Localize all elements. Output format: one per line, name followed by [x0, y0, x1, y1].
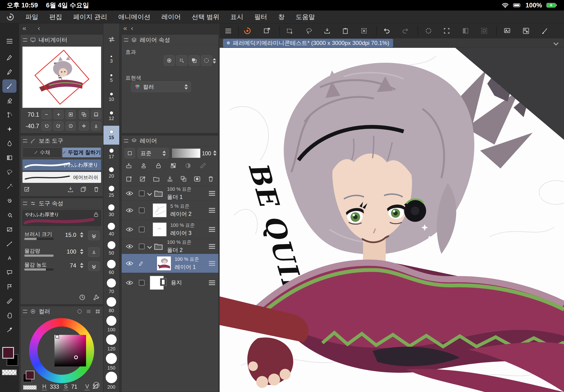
blend-mode-dropdown[interactable]: 표준	[138, 148, 169, 158]
layer-drag-handle[interactable]	[209, 282, 215, 283]
pen-settings-button[interactable]	[539, 25, 550, 37]
line-tool[interactable]	[2, 237, 16, 251]
fit-to-screen-button[interactable]	[79, 110, 89, 119]
tool-settings-button[interactable]	[93, 294, 100, 302]
new-vector-layer-button[interactable]	[139, 175, 146, 182]
select-edit-button[interactable]	[24, 186, 31, 194]
frame-tool[interactable]	[2, 223, 16, 236]
canvas-viewport[interactable]: BE QUIET!	[220, 48, 564, 392]
paint-density-stepper[interactable]	[80, 263, 83, 268]
paint-amount-stepper[interactable]	[80, 249, 83, 254]
hue-marker[interactable]	[55, 335, 59, 338]
effect-border-button[interactable]	[164, 55, 175, 66]
layer-checkbox[interactable]	[139, 208, 145, 213]
effect-extra-button[interactable]	[201, 55, 212, 66]
navigator-preview[interactable]: BE QUIET!	[22, 47, 101, 108]
menu-view[interactable]: 표시	[230, 13, 243, 21]
menu-selection[interactable]: 선택 범위	[192, 13, 220, 21]
eraser-tool[interactable]	[2, 94, 16, 107]
tonal-correction-button[interactable]	[501, 25, 513, 37]
reference-window-button[interactable]	[520, 25, 532, 37]
gradient-tool[interactable]	[2, 151, 16, 165]
new-folder-button[interactable]	[153, 175, 160, 182]
panel-menu-icon[interactable]	[23, 139, 27, 142]
brush-size-20[interactable]: 20	[103, 164, 119, 182]
transparent-color-swatch[interactable]	[2, 370, 17, 375]
delete-layer-button[interactable]	[207, 175, 214, 182]
layer-checkbox[interactable]	[139, 280, 145, 286]
panel-menu-icon[interactable]	[23, 310, 27, 313]
rotate-reset-button[interactable]	[66, 121, 76, 130]
brush-size-5[interactable]: 5	[103, 69, 119, 88]
menu-file[interactable]: 파일	[25, 13, 38, 21]
panel-menu-icon[interactable]	[124, 38, 128, 42]
new-raster-layer-button[interactable]	[125, 175, 133, 182]
reset-view-button[interactable]	[91, 121, 101, 130]
brush-size-70[interactable]: 70	[103, 277, 119, 296]
paint-amount-download-button[interactable]	[88, 247, 100, 257]
hue-label[interactable]: H	[41, 383, 47, 390]
menu-page-manage[interactable]: 페이지 관리	[73, 13, 107, 21]
zoom-out-button[interactable]: −	[41, 110, 51, 119]
select-lasso-button[interactable]	[303, 25, 315, 37]
collapse-col1-icon[interactable]: «	[22, 25, 26, 31]
rotate-cw-button[interactable]	[54, 121, 64, 130]
layer-row-paper[interactable]: 용지	[122, 273, 219, 292]
brush-size-200[interactable]: 200	[103, 371, 119, 390]
panel-menu-icon[interactable]	[23, 38, 27, 42]
layer-drag-handle[interactable]	[209, 263, 215, 264]
lock-transparent-pixels-button[interactable]	[170, 162, 177, 169]
reference-layer-button[interactable]	[140, 162, 147, 169]
lock-layer-button[interactable]	[155, 162, 162, 169]
menu-filter[interactable]: 필터	[254, 13, 267, 21]
pen-tool[interactable]	[2, 51, 16, 64]
panel-menu-icon[interactable]	[23, 202, 27, 205]
opacity-slider[interactable]	[172, 148, 201, 158]
brush-size-120[interactable]: 120	[103, 334, 119, 352]
select-rectangle-button[interactable]	[284, 25, 295, 37]
selection-tool[interactable]	[2, 165, 16, 179]
brush-size-expand-button[interactable]	[88, 231, 100, 240]
layer-row-layer-1-selected[interactable]: 100 % 표준 레이어 1	[122, 254, 219, 273]
tool-strip-menu-button[interactable]	[2, 34, 16, 48]
brush-size-40[interactable]: 40	[103, 220, 119, 239]
brush-size-10[interactable]: 10	[103, 88, 119, 107]
saturation-label[interactable]: S	[63, 383, 68, 390]
color-panel-transparent-swatch[interactable]	[23, 385, 37, 390]
fit-to-page-button[interactable]	[91, 110, 101, 119]
visibility-eye-icon[interactable]	[125, 227, 134, 232]
brush-size-15-selected[interactable]: 15	[103, 126, 119, 145]
layer-drag-handle[interactable]	[209, 210, 215, 211]
opacity-stepper[interactable]	[213, 150, 217, 156]
color-tab-set-icon[interactable]	[95, 308, 101, 314]
move-tool[interactable]	[2, 309, 16, 322]
visibility-eye-icon[interactable]	[125, 244, 134, 249]
brush-size-3[interactable]: 3	[103, 50, 119, 69]
invert-selection-button[interactable]	[460, 25, 471, 37]
color-tab-slider-icon[interactable]	[86, 308, 92, 314]
menu-window[interactable]: 창	[278, 13, 285, 21]
brush-size-12[interactable]: 12	[103, 107, 119, 126]
zoom-reset-button[interactable]	[66, 110, 76, 119]
folder-expand-chevron-icon[interactable]	[147, 191, 152, 196]
effect-layer-color-button[interactable]	[189, 55, 200, 66]
deselect-button[interactable]	[358, 25, 370, 37]
tab-watercolor[interactable]: 수채	[22, 147, 61, 157]
brush-preview-box[interactable]: やわふわ厚塗り	[22, 210, 101, 226]
workspace-menu-button[interactable]	[222, 25, 234, 37]
open-in-window-button[interactable]	[261, 25, 273, 37]
collapse-col2-icon[interactable]: «	[123, 25, 127, 31]
airbrush-tool[interactable]	[2, 108, 16, 121]
value-label[interactable]: V	[85, 383, 90, 390]
panel-menu-icon[interactable]	[124, 139, 128, 142]
pencil-tool[interactable]	[2, 65, 16, 78]
paint-density-slider[interactable]	[24, 268, 54, 271]
brush-size-25[interactable]: 25	[103, 182, 119, 201]
brush-item-yawafuwa[interactable]: やわふわ厚塗り	[22, 159, 101, 170]
delete-sub-tool-button[interactable]	[93, 186, 100, 194]
crop-frame-button[interactable]	[441, 25, 452, 37]
text-tool[interactable]: A	[2, 252, 16, 265]
layer-checkbox[interactable]	[139, 191, 145, 196]
sv-indicator[interactable]	[74, 355, 78, 359]
fill-tool[interactable]	[2, 209, 16, 222]
